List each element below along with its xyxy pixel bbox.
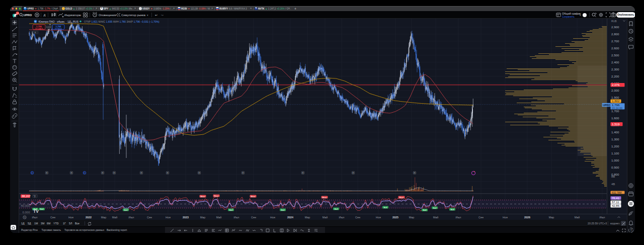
svg-text:2,700: 2,700 (611, 39, 619, 43)
svg-text:ОТКР 1,821 МАКС 1,835 МИН 1,78: ОТКР 1,821 МАКС 1,835 МИН 1,780 ЗАКР 1,7… (84, 20, 159, 23)
svg-text:ˇ4: ˇ4 (34, 31, 36, 34)
svg-text:Bull: Bull (384, 206, 387, 209)
svg-text:%: % (24, 216, 26, 219)
svg-text:42,86: 42,86 (612, 204, 620, 207)
svg-text:E: E (167, 172, 169, 174)
svg-text:76,41: 76,41 (612, 197, 620, 200)
svg-text:2,500: 2,500 (611, 53, 619, 57)
svg-text:E: E (199, 172, 200, 174)
svg-text:E: E (141, 172, 142, 174)
svg-text:E: E (243, 172, 244, 174)
svg-text:1,200: 1,200 (611, 144, 619, 148)
svg-text:03:24:00: 03:24:00 (612, 107, 622, 110)
svg-text:TV: TV (33, 209, 39, 214)
svg-text:Bear: Bear (251, 195, 256, 198)
svg-text:88,267: 88,267 (22, 195, 31, 198)
svg-text:E: E (302, 172, 304, 174)
svg-text:0,900: 0,900 (611, 166, 619, 169)
svg-text:D: D (84, 172, 86, 174)
svg-text:ПРОДАТЬ: ПРОДАТЬ (35, 28, 44, 30)
svg-text:40,000: 40,000 (21, 204, 30, 207)
svg-text:1,519: 1,519 (612, 122, 620, 126)
svg-text:E: E (102, 172, 104, 174)
svg-text:2,800: 2,800 (611, 32, 619, 36)
svg-text:2,300: 2,300 (611, 67, 619, 71)
svg-text:Bull: Bull (451, 208, 454, 211)
svg-text:КУПИТЬ: КУПИТЬ (55, 28, 62, 30)
svg-text:D: D (32, 172, 33, 174)
svg-text:Bull: Bull (433, 207, 437, 209)
svg-text:Bull: Bull (229, 209, 233, 211)
svg-text:E: E (414, 172, 416, 174)
svg-text:2,000: 2,000 (611, 89, 619, 92)
svg-text:Bull: Bull (281, 209, 285, 211)
svg-text:1,900: 1,900 (611, 96, 619, 99)
svg-text:2,600: 2,600 (611, 46, 619, 50)
svg-text:2,200: 2,200 (611, 74, 619, 78)
svg-text:Bull: Bull (423, 209, 427, 211)
svg-text:Юнипро ПАО · обыкн. · 1Д · RUS: Юнипро ПАО · обыкн. · 1Д · RUS (39, 20, 79, 23)
svg-text:1,100: 1,100 (611, 151, 619, 155)
svg-text:E: E (114, 172, 115, 174)
svg-text:E: E (353, 172, 354, 174)
svg-text:1,700: 1,700 (611, 109, 619, 113)
svg-text:Bear: Bear (201, 195, 205, 198)
svg-text:4B: 4B (611, 183, 615, 186)
svg-text:2,076: 2,076 (612, 83, 620, 87)
svg-text:2,400: 2,400 (611, 60, 619, 64)
svg-text:U: U (35, 20, 36, 23)
svg-text:1,600: 1,600 (611, 116, 619, 120)
svg-text:1,400: 1,400 (611, 130, 619, 134)
svg-text:1,300: 1,300 (611, 137, 619, 141)
svg-text:2,900: 2,900 (611, 25, 619, 29)
svg-text:E: E (71, 172, 72, 174)
svg-text:Bear: Bear (214, 195, 219, 197)
svg-text:Bull: Bull (124, 209, 128, 211)
svg-text:RUB: RUB (611, 20, 617, 23)
svg-text:0,000: 0,000 (46, 26, 52, 28)
svg-text:1,000: 1,000 (611, 158, 619, 162)
svg-text:8B: 8B (611, 175, 615, 178)
svg-text:Bull: Bull (335, 208, 338, 210)
svg-text:?: ? (630, 228, 632, 232)
svg-text:UPRO: UPRO (603, 104, 610, 107)
svg-text:Bear: Bear (323, 196, 327, 199)
svg-text:57,11: 57,11 (612, 201, 619, 204)
svg-text:1,802: 1,802 (612, 99, 620, 103)
svg-text:Bear: Bear (399, 196, 404, 199)
svg-text:19: 19 (16, 12, 19, 15)
svg-text:ˇ2: ˇ2 (34, 195, 36, 198)
svg-text:632,78M: 632,78M (612, 191, 621, 194)
svg-text:E: E (46, 172, 48, 174)
svg-text:Bull: Bull (40, 208, 44, 210)
